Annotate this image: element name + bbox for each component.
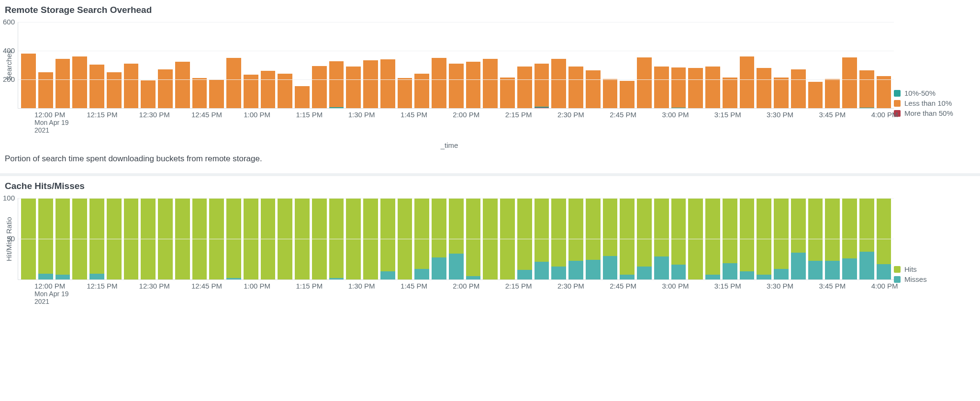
bar[interactable] [107, 72, 122, 108]
bar[interactable] [398, 78, 412, 108]
bar-segment [175, 62, 190, 109]
bar-segment [603, 79, 618, 109]
bar[interactable] [825, 79, 840, 109]
panel-description: Portion of search time spent downloading… [5, 154, 975, 164]
legend-swatch [894, 100, 901, 107]
bar[interactable] [620, 81, 635, 108]
bar-segment [671, 198, 686, 265]
bar[interactable] [808, 82, 823, 109]
bar[interactable] [432, 58, 446, 108]
bar[interactable] [535, 64, 549, 108]
bar-segment [517, 270, 532, 279]
bar[interactable] [483, 59, 498, 109]
x-tick: 4:00 PM [871, 111, 898, 119]
bar[interactable] [842, 57, 857, 109]
bar[interactable] [209, 79, 224, 108]
bar[interactable] [295, 86, 310, 109]
x-axis-label: _time [5, 141, 894, 149]
bar[interactable] [141, 80, 156, 109]
bar[interactable] [603, 79, 618, 109]
bar-segment [141, 80, 156, 109]
bar[interactable] [312, 66, 327, 109]
bar[interactable] [500, 78, 515, 109]
bar[interactable] [158, 69, 173, 108]
bar[interactable] [175, 62, 190, 109]
x-tick: 3:45 PM [819, 111, 846, 119]
bar-segment [791, 69, 806, 108]
bar[interactable] [637, 57, 652, 109]
bar[interactable] [859, 70, 874, 109]
bar-segment [791, 198, 806, 253]
bar-segment [568, 67, 583, 108]
legend-label: 10%-50% [904, 89, 935, 97]
bar-segment [56, 275, 70, 279]
x-tick: 1:45 PM [401, 282, 427, 290]
bar-segment [808, 82, 823, 109]
bar[interactable] [723, 78, 737, 109]
chart-legend: HitsMisses [894, 198, 975, 285]
bar-segment [226, 278, 241, 279]
bar-segment [859, 252, 874, 279]
legend-swatch [894, 90, 901, 97]
bar[interactable] [226, 58, 241, 108]
bar[interactable] [414, 74, 429, 108]
bar[interactable] [568, 67, 583, 108]
legend-item[interactable]: Misses [894, 275, 975, 283]
bar[interactable] [329, 61, 344, 108]
bar-segment [671, 108, 686, 109]
bar-segment [466, 62, 481, 109]
x-tick: 1:00 PM [244, 282, 270, 290]
bar[interactable] [877, 76, 891, 109]
bar-segment [877, 264, 891, 279]
bar[interactable] [380, 59, 395, 108]
bar-segment [449, 64, 464, 108]
bar[interactable] [261, 71, 276, 108]
bar-segment [158, 69, 173, 108]
x-tick: 2:00 PM [453, 282, 479, 290]
plot-area [18, 22, 894, 109]
bar[interactable] [774, 78, 789, 109]
bar[interactable] [688, 68, 703, 108]
bar-segment [535, 108, 549, 109]
panel-title: Cache Hits/Misses [5, 181, 975, 191]
bar-segment [859, 108, 874, 109]
bar[interactable] [671, 67, 686, 109]
x-axis: 12:00 PMMon Apr 19202112:15 PM12:30 PM12… [5, 280, 894, 311]
bar[interactable] [278, 74, 292, 108]
x-tick: 1:00 PM [244, 111, 270, 119]
bar[interactable] [192, 78, 207, 108]
y-tick: 50 [7, 234, 15, 243]
bar[interactable] [449, 64, 464, 108]
bar-segment [329, 278, 344, 279]
bar-segment [620, 275, 635, 279]
panel-remote-storage-overhead: Remote Storage Search Overhead Searches … [0, 0, 980, 173]
bar[interactable] [740, 56, 755, 108]
bar[interactable] [363, 60, 378, 109]
bar[interactable] [21, 54, 36, 108]
x-tick: 12:15 PM [87, 282, 117, 290]
bar[interactable] [551, 59, 566, 109]
legend-item[interactable]: Less than 10% [894, 99, 975, 107]
bar-segment [586, 260, 601, 279]
bar[interactable] [124, 64, 139, 108]
bar[interactable] [56, 59, 70, 109]
legend-item[interactable]: 10%-50% [894, 89, 975, 97]
bar[interactable] [38, 72, 53, 108]
bar[interactable] [705, 67, 720, 108]
panel-cache-hits-misses: Cache Hits/Misses Hit/Miss Ratio 10050 1… [0, 173, 980, 318]
bar-segment [705, 67, 720, 108]
bar[interactable] [466, 62, 481, 109]
bar[interactable] [517, 67, 532, 108]
bar[interactable] [72, 56, 87, 108]
bar[interactable] [89, 65, 104, 109]
bar-segment [825, 261, 840, 279]
bar[interactable] [586, 70, 601, 109]
bar-segment [620, 198, 635, 275]
legend-item[interactable]: Hits [894, 265, 975, 273]
bar[interactable] [757, 68, 771, 108]
bar[interactable] [791, 69, 806, 108]
bar[interactable] [654, 67, 669, 108]
legend-item[interactable]: More than 50% [894, 109, 975, 117]
bar[interactable] [346, 67, 361, 108]
bar-segment [449, 254, 464, 279]
